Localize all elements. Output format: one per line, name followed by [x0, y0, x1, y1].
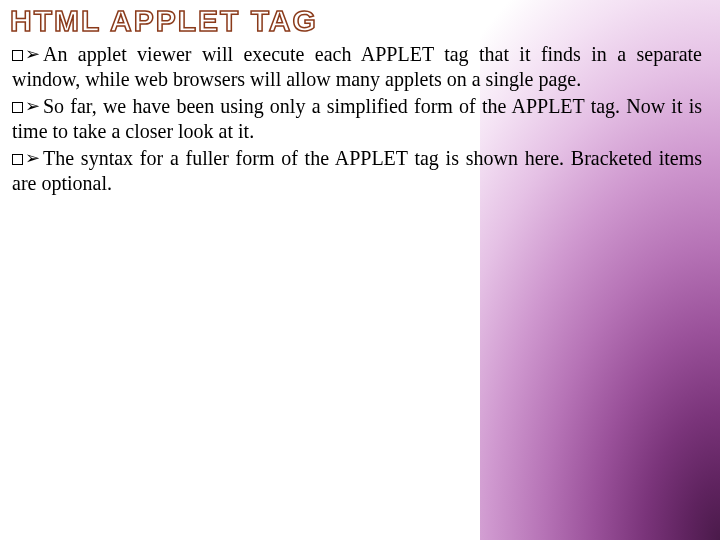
square-bullet-icon [12, 50, 23, 61]
bullet-text: So far, we have been using only a simpli… [12, 95, 702, 142]
bullet-text: An applet viewer will execute each APPLE… [12, 43, 702, 90]
arrow-icon: ➢ [25, 43, 40, 66]
bullet-item: ➢An applet viewer will execute each APPL… [12, 42, 702, 92]
bullet-item: ➢So far, we have been using only a simpl… [12, 94, 702, 144]
slide-body: ➢An applet viewer will execute each APPL… [12, 42, 702, 198]
arrow-icon: ➢ [25, 147, 40, 170]
bullet-item: ➢The syntax for a fuller form of the APP… [12, 146, 702, 196]
square-bullet-icon [12, 102, 23, 113]
bullet-text: The syntax for a fuller form of the APPL… [12, 147, 702, 194]
arrow-icon: ➢ [25, 95, 40, 118]
slide-title: HTML APPLET TAG [10, 4, 318, 38]
square-bullet-icon [12, 154, 23, 165]
